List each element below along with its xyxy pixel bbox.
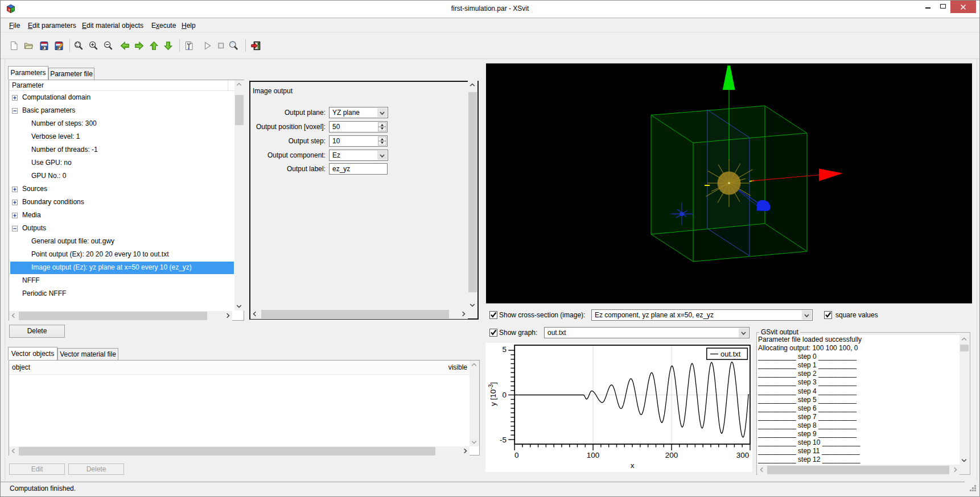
svg-text:x: x (631, 461, 635, 470)
svg-text:out.txt: out.txt (720, 350, 741, 358)
svg-text:0: 0 (502, 391, 507, 399)
svg-text:300: 300 (736, 451, 750, 459)
svg-text:5: 5 (502, 345, 507, 354)
svg-text:200: 200 (665, 451, 678, 459)
svg-text:-5: -5 (500, 436, 507, 444)
svg-text:0: 0 (514, 451, 519, 459)
svg-text:100: 100 (587, 451, 600, 459)
